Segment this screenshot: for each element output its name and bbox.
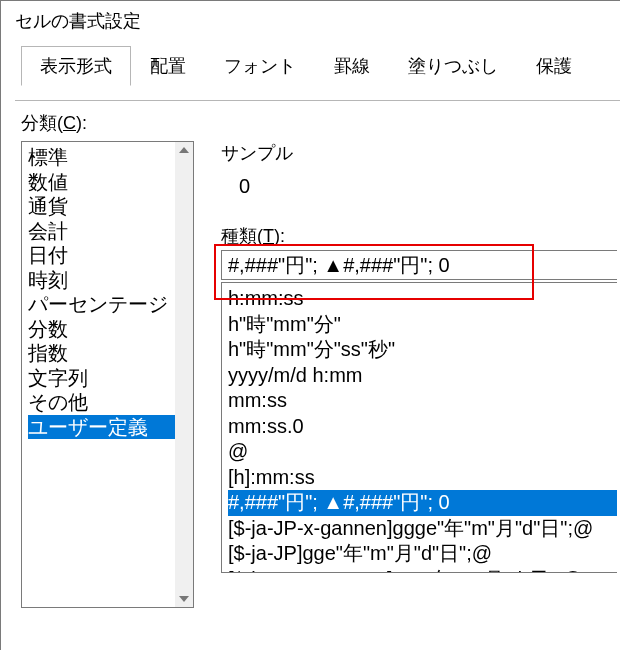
scroll-down-icon[interactable]: [179, 596, 189, 602]
type-option[interactable]: [$-ja-JP-x-gannen]ggge"年"m"月"d"日";@: [228, 516, 617, 542]
type-input-wrap: [221, 250, 620, 280]
type-option[interactable]: mm:ss: [228, 388, 617, 414]
category-item-accounting[interactable]: 会計: [28, 219, 175, 244]
type-format-listbox[interactable]: h:mm:ss h"時"mm"分" h"時"mm"分"ss"秒" yyyy/m/…: [221, 282, 617, 573]
tab-font[interactable]: フォント: [205, 46, 315, 86]
type-option[interactable]: h"時"mm"分": [228, 312, 617, 338]
category-item-time[interactable]: 時刻: [28, 268, 175, 293]
type-option[interactable]: h:mm:ss: [228, 286, 617, 312]
type-option[interactable]: @: [228, 439, 617, 465]
window-title: セルの書式設定: [1, 1, 620, 43]
sample-value: 0: [221, 165, 620, 198]
category-item-standard[interactable]: 標準: [28, 145, 175, 170]
category-item-percentage[interactable]: パーセンテージ: [28, 292, 175, 317]
type-option[interactable]: yyyy/m/d h:mm: [228, 363, 617, 389]
category-scrollbar[interactable]: [175, 142, 193, 607]
dialog-body: 分類(C): 標準 数値 通貨 会計 日付 時刻 パーセンテージ 分数 指数 文…: [21, 111, 620, 650]
category-listbox[interactable]: 標準 数値 通貨 会計 日付 時刻 パーセンテージ 分数 指数 文字列 その他 …: [21, 141, 194, 608]
type-option-selected[interactable]: #,###"円"; ▲#,###"円"; 0: [228, 490, 617, 516]
type-option[interactable]: mm:ss.0: [228, 414, 617, 440]
tab-alignment[interactable]: 配置: [131, 46, 205, 86]
category-item-date[interactable]: 日付: [28, 243, 175, 268]
right-panel: サンプル 0 種類(T): h:mm:ss h"時"mm"分" h"時"mm"分…: [221, 141, 620, 573]
tab-underline: [15, 100, 620, 101]
type-label: 種類(T):: [221, 224, 620, 248]
type-option[interactable]: h"時"mm"分"ss"秒": [228, 337, 617, 363]
type-option[interactable]: [$-ja-JP]gge"年"m"月"d"日";@: [228, 541, 617, 567]
tab-border[interactable]: 罫線: [315, 46, 389, 86]
type-format-input[interactable]: [221, 250, 617, 280]
category-item-special[interactable]: その他: [28, 390, 175, 415]
category-item-number[interactable]: 数値: [28, 170, 175, 195]
scroll-up-icon[interactable]: [179, 147, 189, 153]
dialog-window: セルの書式設定 表示形式 配置 フォント 罫線 塗りつぶし 保護 分類(C): …: [0, 0, 620, 650]
category-item-text[interactable]: 文字列: [28, 366, 175, 391]
tab-number-format[interactable]: 表示形式: [21, 46, 131, 86]
tab-fill[interactable]: 塗りつぶし: [389, 46, 517, 86]
tab-protection[interactable]: 保護: [517, 46, 591, 86]
category-item-fraction[interactable]: 分数: [28, 317, 175, 342]
sample-label: サンプル: [221, 141, 620, 165]
category-label: 分類(C):: [21, 111, 620, 135]
category-list-inner: 標準 数値 通貨 会計 日付 時刻 パーセンテージ 分数 指数 文字列 その他 …: [22, 142, 175, 607]
type-option[interactable]: [$-ja-JP-x-gannen]gge"年"m"月"d"日";@: [228, 567, 617, 574]
type-option[interactable]: [h]:mm:ss: [228, 465, 617, 491]
category-item-custom[interactable]: ユーザー定義: [28, 415, 175, 440]
tab-bar: 表示形式 配置 フォント 罫線 塗りつぶし 保護: [1, 43, 620, 85]
category-item-scientific[interactable]: 指数: [28, 341, 175, 366]
category-item-currency[interactable]: 通貨: [28, 194, 175, 219]
